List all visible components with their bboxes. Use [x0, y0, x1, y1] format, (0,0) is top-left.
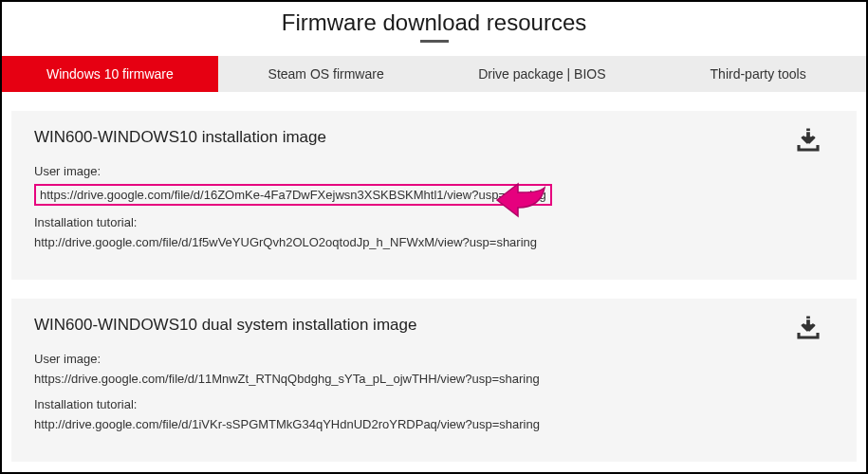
tutorial-url[interactable]: http://drive.google.com/file/d/1f5wVeYUG… [34, 235, 834, 249]
svg-rect-0 [806, 129, 810, 132]
card-title: WIN600-WINDOWS10 dual system installatio… [34, 316, 834, 335]
tab-steamos-firmware[interactable]: Steam OS firmware [218, 56, 434, 92]
user-image-label: User image: [34, 164, 834, 178]
tab-third-party-tools[interactable]: Third-party tools [650, 56, 866, 92]
download-card: WIN600-WINDOWS10 dual system installatio… [11, 299, 857, 462]
svg-marker-1 [802, 137, 816, 144]
svg-rect-2 [806, 317, 810, 319]
download-icon[interactable] [794, 126, 822, 158]
tutorial-label: Installation tutorial: [34, 397, 834, 411]
title-underline [420, 40, 449, 43]
tutorial-label: Installation tutorial: [34, 215, 834, 229]
download-card: WIN600-WINDOWS10 installation image User… [11, 111, 857, 280]
user-image-url-highlighted[interactable]: https://drive.google.com/file/d/16ZOmKe-… [34, 184, 552, 206]
tab-windows10-firmware[interactable]: Windows 10 firmware [2, 56, 218, 92]
download-icon[interactable] [794, 314, 822, 346]
user-image-label: User image: [34, 352, 834, 366]
tab-bar: Windows 10 firmware Steam OS firmware Dr… [2, 56, 866, 92]
card-title: WIN600-WINDOWS10 installation image [34, 128, 834, 147]
user-image-url[interactable]: https://drive.google.com/file/d/11MnwZt_… [34, 372, 834, 386]
page-title: Firmware download resources [2, 2, 866, 40]
tab-drive-package-bios[interactable]: Drive package | BIOS [434, 56, 651, 92]
svg-marker-3 [802, 324, 816, 332]
tutorial-url[interactable]: http://drive.google.com/file/d/1iVKr-sSP… [34, 417, 834, 431]
